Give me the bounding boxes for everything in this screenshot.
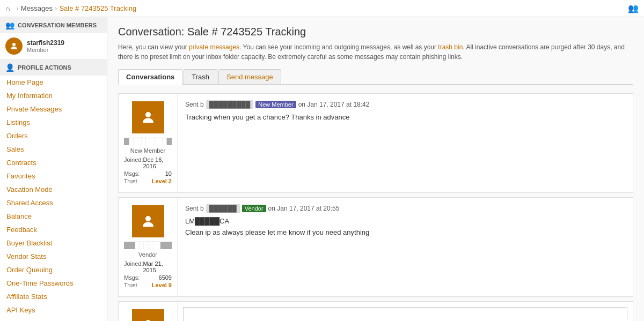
- reply-container: ⋮⋮ Quick reply Delete Leave conversation…: [118, 301, 633, 321]
- message-1-avatar-col: █████████ New Member Joined: Dec 16, 201…: [119, 94, 178, 192]
- sidebar-item-home-page[interactable]: Home Page: [0, 76, 107, 89]
- profile-nav-icon[interactable]: 👥: [628, 4, 639, 13]
- sidebar-item-vacation-mode[interactable]: Vacation Mode: [0, 183, 107, 196]
- sidebar-item-affiliate-stats[interactable]: Affiliate Stats: [0, 290, 107, 303]
- message-2: ██████ Vendor Joined: Mar 21, 2015 Msgs:…: [118, 197, 633, 297]
- reply-avatar: [132, 309, 164, 321]
- tabs: Conversations Trash Send message: [118, 69, 633, 85]
- conversation-members-header: 👥 CONVERSATION MEMBERS: [0, 17, 107, 33]
- sidebar-item-order-queuing[interactable]: Order Queuing: [0, 263, 107, 277]
- message-1: █████████ New Member Joined: Dec 16, 201…: [118, 93, 633, 193]
- reply-body-col: ⋮⋮ Quick reply Delete Leave conversation…: [178, 302, 633, 321]
- message-1-header: Sent b █████████ New Member on Jan 17, 2…: [185, 100, 625, 109]
- top-nav-right: 👥: [628, 3, 639, 13]
- reply-textarea[interactable]: [183, 307, 627, 321]
- top-nav: ⌂ › Messages › Sale # 7243525 Tracking 👥: [0, 0, 644, 17]
- tab-conversations[interactable]: Conversations: [118, 69, 182, 85]
- sidebar-item-favorites[interactable]: Favorites: [0, 169, 107, 183]
- sidebar-item-sales[interactable]: Sales: [0, 143, 107, 156]
- message-1-member-label: New Member: [130, 147, 165, 154]
- message-2-body: Sent b ██████ Vendor on Jan 17, 2017 at …: [178, 198, 633, 296]
- sidebar-item-balance[interactable]: Balance: [0, 210, 107, 223]
- user-info: starfish2319 Member: [0, 33, 107, 59]
- main-content: Conversation: Sale # 7243525 Tracking He…: [107, 17, 644, 321]
- svg-point-2: [145, 216, 151, 221]
- message-2-text: Clean ip as always please let me know if…: [185, 228, 625, 236]
- sidebar-item-my-information[interactable]: My Information: [0, 89, 107, 102]
- message-2-badge: Vendor: [242, 205, 266, 212]
- message-1-body: Sent b █████████ New Member on Jan 17, 2…: [178, 94, 633, 192]
- sidebar-item-feedback[interactable]: Feedback: [0, 223, 107, 236]
- sidebar-item-buyer-blacklist[interactable]: Buyer Blacklist: [0, 236, 107, 250]
- conversation-members-icon: 👥: [5, 21, 14, 29]
- tab-trash[interactable]: Trash: [184, 69, 217, 84]
- message-1-text: Tracking when you get a chance? Thanks i…: [185, 113, 625, 121]
- message-1-avatar: [132, 101, 164, 133]
- message-2-stats: Joined: Mar 21, 2015 Msgs: 6509 Trust Le…: [124, 260, 172, 289]
- svg-point-1: [145, 112, 151, 117]
- info-text: Here, you can view your private messages…: [118, 42, 633, 62]
- page-title: Conversation: Sale # 7243525 Tracking: [118, 26, 633, 38]
- sidebar-item-contracts[interactable]: Contracts: [0, 156, 107, 169]
- sidebar-item-one-time-passwords[interactable]: One-Time Passwords: [0, 277, 107, 290]
- message-2-subtext: LM█████CA: [185, 217, 625, 225]
- message-2-username-box: ██████: [124, 242, 172, 249]
- sidebar-item-orders[interactable]: Orders: [0, 129, 107, 143]
- sidebar-item-listings[interactable]: Listings: [0, 116, 107, 129]
- main-layout: 👥 CONVERSATION MEMBERS starfish2319 Memb…: [0, 17, 644, 321]
- reply-avatar-col: [119, 302, 178, 321]
- message-2-avatar: [132, 205, 164, 237]
- profile-actions-icon: 👤: [5, 63, 14, 72]
- tab-send-message[interactable]: Send message: [218, 69, 281, 84]
- message-1-sender-name: █████████: [206, 100, 254, 109]
- sidebar-nav: Home Page My Information Private Message…: [0, 76, 107, 321]
- message-2-member-label: Vendor: [138, 251, 157, 258]
- breadcrumb-messages[interactable]: Messages: [21, 4, 53, 12]
- private-messages-link[interactable]: private messages: [189, 43, 239, 51]
- sidebar-item-shared-access[interactable]: Shared Access: [0, 196, 107, 210]
- message-2-sender-name: ██████: [206, 204, 240, 213]
- sidebar-section-conversation-members: 👥 CONVERSATION MEMBERS starfish2319 Memb…: [0, 17, 107, 59]
- sidebar: 👥 CONVERSATION MEMBERS starfish2319 Memb…: [0, 17, 107, 321]
- message-1-stats: Joined: Dec 16, 2016 Msgs: 10 Trust Leve…: [124, 156, 172, 185]
- sidebar-item-help[interactable]: Help: [0, 317, 107, 321]
- trash-link[interactable]: trash bin: [438, 43, 463, 51]
- profile-actions-header: 👤 PROFILE ACTIONS: [0, 59, 107, 76]
- user-name-info: starfish2319 Member: [27, 39, 64, 53]
- sidebar-section-profile-actions: 👤 PROFILE ACTIONS Home Page My Informati…: [0, 59, 107, 321]
- user-avatar: [5, 38, 23, 55]
- svg-point-0: [12, 43, 16, 46]
- message-1-username-box: █████████: [124, 138, 172, 145]
- message-1-badge: New Member: [255, 101, 296, 108]
- message-2-avatar-col: ██████ Vendor Joined: Mar 21, 2015 Msgs:…: [119, 198, 178, 296]
- sidebar-item-private-messages[interactable]: Private Messages: [0, 102, 107, 116]
- home-icon[interactable]: ⌂: [5, 4, 10, 13]
- breadcrumb-current: Sale # 7243525 Tracking: [59, 4, 136, 12]
- message-2-header: Sent b ██████ Vendor on Jan 17, 2017 at …: [185, 204, 625, 213]
- sidebar-item-vendor-stats[interactable]: Vendor Stats: [0, 250, 107, 263]
- sidebar-item-api-keys[interactable]: API Keys: [0, 303, 107, 317]
